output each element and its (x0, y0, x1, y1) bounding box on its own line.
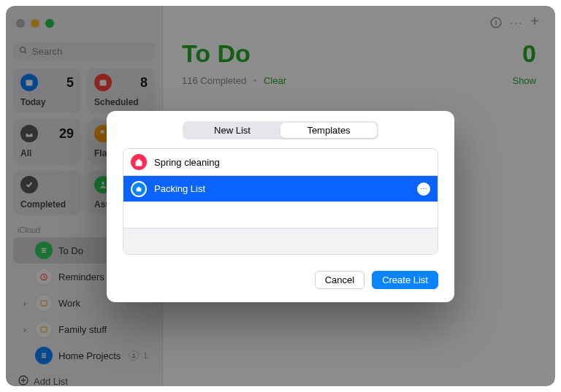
briefcase-icon (131, 181, 147, 197)
sheet-buttons: Cancel Create List (123, 271, 438, 289)
templates-table: Spring cleaning Packing List ⋯ (123, 148, 438, 255)
template-name: Packing List (154, 183, 205, 194)
create-list-button[interactable]: Create List (372, 271, 438, 289)
template-row-empty (123, 201, 438, 228)
ellipsis-circle-icon[interactable]: ⋯ (417, 182, 430, 196)
template-row[interactable]: Packing List ⋯ (123, 175, 438, 201)
home-icon (131, 154, 147, 170)
template-name: Spring cleaning (154, 157, 220, 168)
template-row-empty (123, 228, 438, 254)
svg-rect-22 (137, 188, 142, 191)
template-row[interactable]: Spring cleaning (123, 149, 438, 175)
tab-templates[interactable]: Templates (280, 123, 377, 138)
app-window: Search 5 Today 8 Scheduled (6, 6, 555, 386)
new-list-sheet: New List Templates Spring cleaning Packi… (107, 111, 454, 302)
cancel-button[interactable]: Cancel (315, 271, 365, 289)
tab-new-list[interactable]: New List (184, 123, 280, 138)
segmented-control[interactable]: New List Templates (183, 121, 378, 139)
